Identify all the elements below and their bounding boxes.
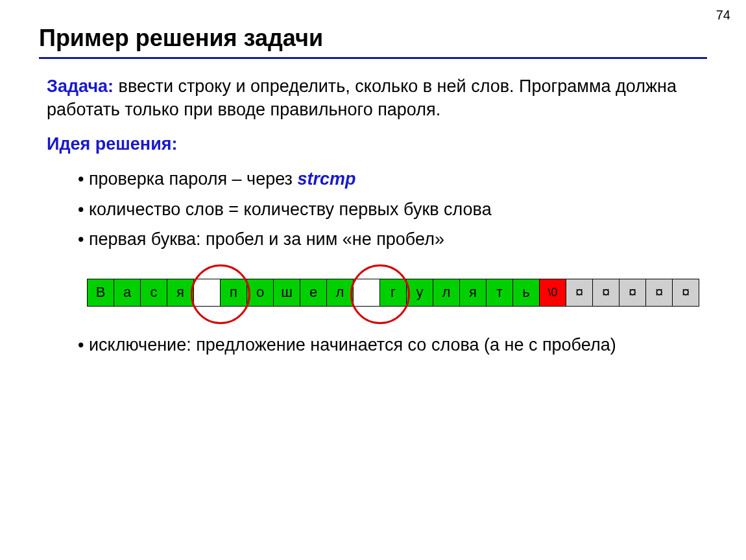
title-rule [39,57,707,59]
char-cell: у [407,279,433,306]
bullet-3: первая буква: пробел и за ним «не пробел… [78,226,707,253]
page-number: 74 [716,8,730,23]
char-cell-text: ь [522,284,529,301]
char-cell: ¤ [620,279,646,306]
char-cell-text: ш [281,284,293,301]
char-cell: В [88,279,114,306]
bullet-1-pre: проверка пароля – через [89,169,298,189]
char-cell: ь [513,279,540,306]
idea-bullets-cont: исключение: предложение начинается со сл… [39,332,707,358]
char-cell-text: г [391,284,396,301]
char-cell: \0 [540,279,566,306]
char-cell: л [433,279,460,306]
char-cell: ¤ [646,279,673,306]
char-cell: ¤ [566,279,593,306]
char-cell: с [141,279,167,306]
bullet-1-code: strcmp [298,169,356,189]
char-cell: п [221,279,247,306]
char-cell: о [247,279,274,306]
char-cell: г [380,279,407,306]
char-cell: ш [274,279,300,306]
bullet-4: исключение: предложение начинается со сл… [78,332,707,358]
char-cell [194,279,221,306]
char-cell-text: с [150,284,158,301]
task-paragraph: Задача: ввести строку и определить, скол… [39,75,707,122]
idea-label-line: Идея решения: [39,132,707,156]
char-cell-text: е [309,284,317,301]
char-cell-text: я [176,284,184,301]
slide: 74 Пример решения задачи Задача: ввести … [0,0,746,560]
char-cell-text: л [336,284,344,301]
slide-title: Пример решения задачи [39,25,707,52]
char-cell-text: В [96,284,106,301]
bullet-2: количество слов = количеству первых букв… [78,196,707,223]
char-cell: е [300,279,327,306]
char-cell: я [167,279,194,306]
char-cell: л [327,279,354,306]
char-cell-text: ¤ [655,284,663,301]
char-cell-text: \0 [547,286,557,299]
char-cell: ¤ [673,279,699,306]
char-cell: ¤ [593,279,620,306]
char-array: Васяпошелгулять\0¤¤¤¤¤ [87,279,699,307]
char-cell-text: л [442,284,451,301]
char-cell-text: ¤ [575,284,583,301]
idea-label: Идея решения: [47,134,178,154]
idea-bullets: проверка пароля – через strcmp количеств… [39,166,707,253]
bullet-1: проверка пароля – через strcmp [78,166,707,192]
char-cell [354,279,380,306]
char-cell: я [460,279,487,306]
char-cell-text: ¤ [629,284,636,301]
char-cell-text: о [256,284,264,301]
char-cell-text: я [469,284,477,301]
char-array-diagram: Васяпошелгулять\0¤¤¤¤¤ [87,264,707,323]
char-cell-text: т [496,284,503,301]
task-label: Задача: [47,76,114,96]
char-cell-text: у [416,284,424,301]
task-text: ввести строку и определить, сколько в не… [47,76,677,119]
char-cell: т [487,279,513,306]
char-cell-text: ¤ [602,284,610,301]
char-cell-text: ¤ [682,284,690,301]
char-cell-text: п [230,284,237,301]
char-cell: а [114,279,141,306]
char-cell-text: а [123,284,131,301]
